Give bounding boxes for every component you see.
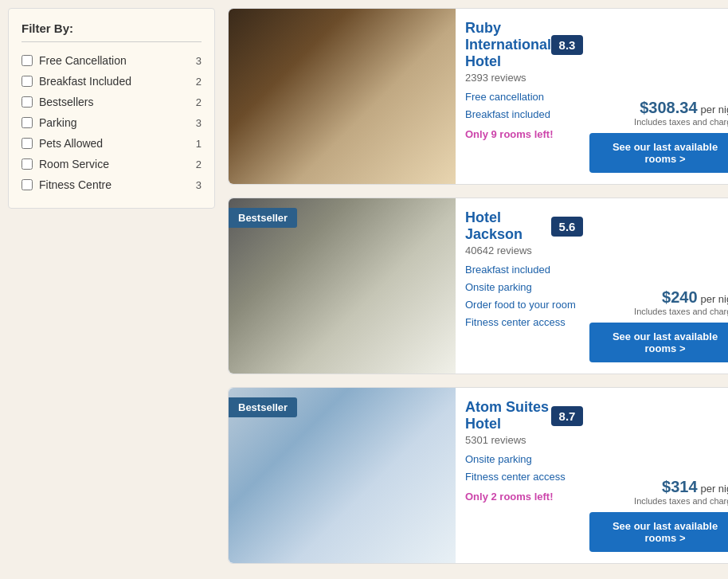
amenity-item: Breakfast included (465, 261, 583, 279)
filter-left-room-service: Room Service (22, 158, 109, 170)
bestseller-badge: Bestseller (229, 208, 297, 228)
hotel-cards-list: Ruby International Hotel 8.3 2393 review… (228, 8, 728, 564)
filter-item-free-cancellation: Free Cancellation 3 (22, 50, 202, 71)
amenity-item: Breakfast included (465, 106, 583, 123)
amenities-jackson: Breakfast includedOnsite parkingOrder fo… (465, 261, 583, 331)
filter-checkbox-pets-allowed[interactable] (22, 138, 33, 149)
filter-checkbox-bestsellers[interactable] (22, 96, 33, 108)
filter-count-parking: 3 (196, 117, 202, 129)
filter-count-pets-allowed: 1 (196, 138, 202, 150)
filter-left-pets-allowed: Pets Allowed (22, 137, 103, 150)
filter-left-parking: Parking (22, 116, 76, 129)
score-badge-jackson: 5.6 (551, 217, 583, 237)
price-block-jackson: $240 per night Includes taxes and charge… (634, 288, 728, 316)
amenities-ruby: Free cancellationBreakfast included (465, 88, 583, 123)
hotel-card-ruby: Ruby International Hotel 8.3 2393 review… (228, 8, 728, 185)
filter-label-parking[interactable]: Parking (39, 116, 76, 129)
reviews-count-ruby: 2393 reviews (465, 72, 583, 84)
bestseller-badge: Bestseller (229, 397, 297, 417)
filter-label-pets-allowed[interactable]: Pets Allowed (39, 137, 103, 150)
reviews-count-atom: 5301 reviews (465, 434, 583, 446)
filter-sidebar: Filter By: Free Cancellation 3 Breakfast… (8, 8, 215, 209)
filter-left-free-cancellation: Free Cancellation (22, 54, 127, 67)
price-unit-jackson: per night (700, 293, 728, 305)
amenity-item: Order food to your room (465, 296, 583, 314)
amenity-item: Fitness center access (465, 468, 583, 486)
price-note-ruby: Includes taxes and charges (634, 117, 728, 127)
hotel-name-row-ruby: Ruby International Hotel 8.3 (465, 20, 583, 70)
info-col-ruby: Ruby International Hotel 8.3 2393 review… (456, 9, 593, 184)
score-badge-ruby: 8.3 (551, 35, 583, 55)
hotel-image-wrap-atom: Bestseller (229, 388, 456, 563)
amenity-item: Onsite parking (465, 279, 583, 296)
hotel-card-jackson: Bestseller Hotel Jackson 5.6 40642 revie… (228, 198, 728, 374)
info-col-atom: Atom Suites Hotel 8.7 5301 reviews Onsit… (456, 388, 593, 563)
filter-count-bestsellers: 2 (196, 96, 202, 108)
hotel-card-atom: Bestseller Atom Suites Hotel 8.7 5301 re… (228, 387, 728, 564)
filter-item-room-service: Room Service 2 (22, 154, 202, 174)
hotel-name-row-jackson: Hotel Jackson 5.6 (465, 209, 583, 243)
urgency-text: Only 2 rooms left! (465, 491, 583, 503)
card-content-ruby: Ruby International Hotel 8.3 2393 review… (456, 9, 728, 184)
filter-left-breakfast-included: Breakfast Included (22, 75, 131, 88)
price-unit-ruby: per night (700, 104, 728, 115)
hotel-name-jackson: Hotel Jackson (465, 209, 551, 243)
filter-checkbox-fitness-centre[interactable] (22, 179, 33, 190)
price-block-ruby: $308.34 per night Includes taxes and cha… (634, 99, 728, 127)
filter-label-bestsellers[interactable]: Bestsellers (39, 96, 93, 108)
price-unit-atom: per night (700, 483, 728, 495)
urgency-text: Only 9 rooms left! (465, 128, 583, 140)
price-note-atom: Includes taxes and charges (634, 496, 728, 506)
filter-label-fitness-centre[interactable]: Fitness Centre (39, 178, 112, 191)
filter-list: Free Cancellation 3 Breakfast Included 2… (22, 50, 202, 195)
hotel-image-ruby (229, 9, 456, 184)
reviews-count-jackson: 40642 reviews (465, 245, 583, 256)
hotel-image-wrap-ruby (229, 9, 456, 184)
cta-button-jackson[interactable]: See our last available rooms > (589, 323, 728, 362)
amenity-item: Onsite parking (465, 451, 583, 468)
amenity-item: Fitness center access (465, 314, 583, 331)
filter-left-bestsellers: Bestsellers (22, 96, 93, 108)
score-badge-atom: 8.7 (551, 406, 583, 426)
filter-count-free-cancellation: 3 (196, 55, 202, 67)
filter-checkbox-room-service[interactable] (22, 158, 33, 170)
filter-item-fitness-centre: Fitness Centre 3 (22, 174, 202, 195)
filter-item-bestsellers: Bestsellers 2 (22, 92, 202, 112)
filter-count-breakfast-included: 2 (196, 76, 202, 88)
filter-checkbox-parking[interactable] (22, 117, 33, 128)
filter-label-breakfast-included[interactable]: Breakfast Included (39, 75, 131, 88)
filter-item-parking: Parking 3 (22, 112, 202, 133)
filter-count-room-service: 2 (196, 158, 202, 170)
price-value-ruby: $308.34 (640, 99, 697, 116)
card-content-jackson: Hotel Jackson 5.6 40642 reviews Breakfas… (456, 198, 728, 374)
price-col-jackson: $240 per night Includes taxes and charge… (593, 198, 728, 374)
filter-label-room-service[interactable]: Room Service (39, 158, 109, 170)
price-col-atom: $314 per night Includes taxes and charge… (593, 388, 728, 563)
hotel-name-atom: Atom Suites Hotel (465, 399, 551, 432)
hotel-image-wrap-jackson: Bestseller (229, 198, 456, 374)
amenity-item: Free cancellation (465, 88, 583, 106)
price-note-jackson: Includes taxes and charges (634, 307, 728, 316)
info-col-jackson: Hotel Jackson 5.6 40642 reviews Breakfas… (456, 198, 593, 374)
hotel-name-row-atom: Atom Suites Hotel 8.7 (465, 399, 583, 432)
filter-label-free-cancellation[interactable]: Free Cancellation (39, 54, 127, 67)
cta-button-atom[interactable]: See our last available rooms > (589, 512, 728, 552)
filter-checkbox-breakfast-included[interactable] (22, 76, 33, 87)
price-col-ruby: $308.34 per night Includes taxes and cha… (593, 9, 728, 184)
price-block-atom: $314 per night Includes taxes and charge… (634, 478, 728, 506)
filter-count-fitness-centre: 3 (196, 179, 202, 191)
cta-button-ruby[interactable]: See our last available rooms > (589, 133, 728, 173)
filter-item-pets-allowed: Pets Allowed 1 (22, 133, 202, 154)
amenities-atom: Onsite parkingFitness center access (465, 451, 583, 486)
filter-title: Filter By: (22, 22, 202, 42)
filter-checkbox-free-cancellation[interactable] (22, 55, 33, 66)
hotel-name-ruby: Ruby International Hotel (465, 20, 551, 70)
filter-item-breakfast-included: Breakfast Included 2 (22, 71, 202, 92)
price-value-atom: $314 (662, 478, 698, 495)
price-value-jackson: $240 (662, 288, 698, 306)
card-content-atom: Atom Suites Hotel 8.7 5301 reviews Onsit… (456, 388, 728, 563)
filter-left-fitness-centre: Fitness Centre (22, 178, 112, 191)
